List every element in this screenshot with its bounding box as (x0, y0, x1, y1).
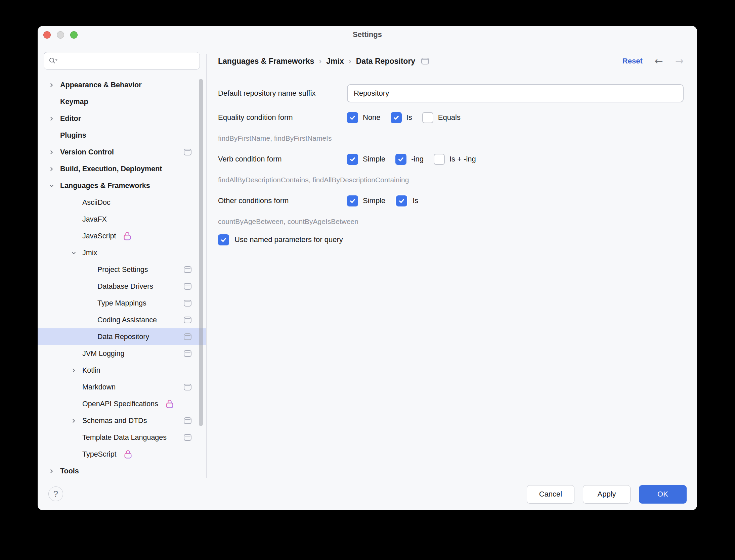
checkbox-is[interactable] (391, 112, 402, 123)
ok-button[interactable]: OK (639, 485, 687, 504)
reset-link[interactable]: Reset (622, 57, 643, 65)
option-label[interactable]: Is (406, 113, 412, 122)
sidebar-item-openapi-specifications[interactable]: OpenAPI Specifications (38, 395, 206, 412)
sidebar-item-kotlin[interactable]: Kotlin (38, 362, 206, 379)
sidebar-item-keymap[interactable]: Keymap (38, 93, 206, 110)
breadcrumb-jmix[interactable]: Jmix (326, 57, 344, 66)
sidebar-item-project-settings[interactable]: Project Settings (38, 261, 206, 278)
checkbox-ing[interactable] (395, 154, 406, 165)
back-arrow[interactable]: ← (655, 56, 663, 66)
lock-icon (124, 450, 132, 459)
help-button[interactable]: ? (48, 486, 63, 501)
sidebar-item-label: JavaFX (82, 215, 107, 224)
chevron-right-icon[interactable] (49, 116, 60, 122)
chevron-right-icon[interactable] (49, 166, 60, 172)
sidebar-item-editor[interactable]: Editor (38, 110, 206, 127)
sidebar-scrollbar[interactable] (199, 79, 203, 426)
other-conditions-form-label: Other conditions form (207, 196, 347, 205)
sidebar-item-jmix[interactable]: Jmix (38, 244, 206, 261)
chevron-right-icon[interactable] (71, 418, 82, 424)
main-panel: Languages & Frameworks›Jmix›Data Reposit… (207, 54, 697, 478)
sidebar-item-javafx[interactable]: JavaFX (38, 211, 206, 228)
search-icon[interactable] (49, 57, 58, 65)
chevron-right-icon[interactable] (49, 82, 60, 88)
sidebar-item-label: Plugins (60, 131, 86, 140)
sidebar-item-coding-assistance[interactable]: Coding Assistance (38, 312, 206, 328)
other-conditions-form-row: Other conditions formSimpleIs (207, 193, 697, 208)
sidebar-item-template-data-languages[interactable]: Template Data Languages (38, 429, 206, 446)
repository-suffix-input[interactable] (347, 84, 684, 102)
sidebar-item-typescript[interactable]: TypeScript (38, 446, 206, 463)
chevron-right-icon[interactable] (49, 468, 60, 474)
checkbox-equals[interactable] (422, 112, 433, 123)
option-is[interactable]: Is (391, 112, 412, 123)
forward-arrow[interactable]: → (675, 56, 684, 66)
option-simple[interactable]: Simple (347, 195, 385, 206)
breadcrumb-data-repository[interactable]: Data Repository (356, 57, 415, 66)
sidebar-item-plugins[interactable]: Plugins (38, 127, 206, 144)
footer-buttons: CancelApplyOK (527, 485, 687, 504)
chevron-right-icon[interactable] (71, 368, 82, 373)
option-equals[interactable]: Equals (422, 112, 461, 123)
sidebar-item-label: Jmix (82, 249, 97, 257)
sidebar-item-data-repository[interactable]: Data Repository (38, 328, 206, 345)
option-ing[interactable]: -ing (395, 154, 424, 165)
search-input[interactable] (61, 57, 195, 65)
option-label[interactable]: Simple (363, 196, 385, 205)
option-label[interactable]: Is (413, 196, 418, 205)
window-icon (184, 350, 191, 357)
sidebar-item-schemas-and-dtds[interactable]: Schemas and DTDs (38, 412, 206, 429)
option-label[interactable]: Simple (363, 155, 385, 164)
option-label[interactable]: Is + -ing (449, 155, 476, 164)
option-label[interactable]: Equals (438, 113, 461, 122)
option-is-ing[interactable]: Is + -ing (434, 154, 476, 165)
verb-condition-form-hint: findAllByDescriptionContains, findAllByD… (218, 173, 409, 187)
option-none[interactable]: None (347, 112, 381, 123)
titlebar[interactable]: Settings (38, 26, 697, 46)
sidebar-item-appearance-behavior[interactable]: Appearance & Behavior (38, 77, 206, 93)
named-parameters-checkbox[interactable] (218, 234, 229, 245)
footer: ? CancelApplyOK (38, 478, 697, 510)
sidebar-item-label: Build, Execution, Deployment (60, 165, 162, 173)
sidebar-item-label: Type Mappings (97, 299, 146, 308)
checkbox-simple[interactable] (347, 195, 358, 206)
named-parameters-label[interactable]: Use named parameters for query (234, 235, 343, 244)
sidebar-item-tools[interactable]: Tools (38, 463, 206, 478)
sidebar-item-database-drivers[interactable]: Database Drivers (38, 278, 206, 295)
equality-condition-form-label: Equality condition form (207, 113, 347, 122)
window-icon (184, 300, 191, 307)
lock-icon (166, 399, 174, 409)
checkbox-simple[interactable] (347, 154, 358, 165)
checkbox-is-focus-ring[interactable] (395, 195, 408, 207)
cancel-button[interactable]: Cancel (527, 485, 574, 504)
breadcrumb-languages-frameworks[interactable]: Languages & Frameworks (218, 57, 314, 66)
checkbox-is[interactable] (396, 195, 407, 206)
named-parameters-row[interactable]: Use named parameters for query (207, 232, 697, 247)
chevron-down-icon[interactable] (49, 183, 60, 189)
window-icon (184, 434, 191, 441)
checkbox-none[interactable] (347, 112, 358, 123)
sidebar-item-jvm-logging[interactable]: JVM Logging (38, 345, 206, 362)
sidebar-item-markdown[interactable]: Markdown (38, 379, 206, 395)
checkbox-is-ing[interactable] (434, 154, 445, 165)
option-is[interactable]: Is (395, 195, 418, 207)
chevron-down-icon[interactable] (71, 250, 82, 256)
option-simple[interactable]: Simple (347, 154, 385, 165)
sidebar-item-javascript[interactable]: JavaScript (38, 228, 206, 244)
sidebar-item-label: AsciiDoc (82, 198, 111, 207)
lock-icon (123, 231, 131, 241)
option-label[interactable]: None (363, 113, 381, 122)
chevron-right-icon[interactable] (49, 149, 60, 155)
apply-button[interactable]: Apply (583, 485, 631, 504)
breadcrumb: Languages & Frameworks›Jmix›Data Reposit… (218, 56, 415, 66)
sidebar-item-type-mappings[interactable]: Type Mappings (38, 295, 206, 312)
equality-condition-form-options: NoneIsEquals (347, 112, 461, 123)
sidebar-item-languages-frameworks[interactable]: Languages & Frameworks (38, 177, 206, 194)
sidebar-item-build-execution-deployment[interactable]: Build, Execution, Deployment (38, 160, 206, 177)
window-icon (184, 384, 191, 390)
sidebar-item-version-control[interactable]: Version Control (38, 144, 206, 160)
sidebar-item-asciidoc[interactable]: AsciiDoc (38, 194, 206, 211)
window-icon (184, 149, 191, 155)
option-label[interactable]: -ing (411, 155, 424, 164)
settings-search[interactable] (44, 52, 200, 69)
